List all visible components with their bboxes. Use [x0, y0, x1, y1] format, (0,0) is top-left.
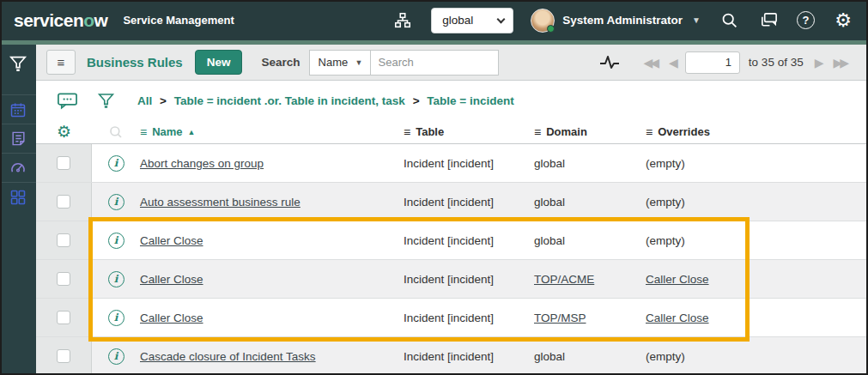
table-row: i Abort changes on group Incident [incid… — [36, 144, 868, 183]
list-search-input[interactable] — [370, 50, 499, 76]
overrides-cell: (empty) — [646, 350, 868, 363]
column-header-domain[interactable]: ≡ Domain — [534, 125, 646, 139]
top-banner: servicenow Service Management global Sys… — [0, 0, 868, 40]
column-menu-icon: ≡ — [646, 125, 653, 139]
breadcrumb: All > Table = incident .or. Table in inc… — [137, 94, 514, 107]
breadcrumb-separator: > — [413, 94, 420, 107]
user-name: System Administrator — [562, 14, 683, 27]
record-link[interactable]: Caller Close — [140, 273, 203, 286]
settings-gear-icon[interactable]: ⚙ — [832, 9, 854, 32]
connect-sitemap-icon[interactable] — [392, 9, 414, 32]
caret-down-icon: ▼ — [692, 15, 701, 25]
app-title: Service Management — [123, 14, 234, 27]
row-checkbox[interactable] — [57, 349, 70, 363]
first-page-button[interactable]: ◀◀ — [638, 56, 664, 70]
servicenow-logo: servicenow — [14, 10, 107, 31]
table-row: i Cascade closure of Incident Tasks Inci… — [36, 337, 868, 375]
last-page-button[interactable]: ▶▶ — [827, 56, 853, 70]
info-icon[interactable]: i — [108, 310, 124, 326]
sort-ascending-icon: ▲ — [188, 128, 196, 136]
domain-scope-select[interactable]: global — [431, 8, 513, 33]
row-checkbox[interactable] — [57, 272, 70, 286]
comment-bubble-icon[interactable] — [57, 91, 78, 110]
table-row: i Auto assessment business rule Incident… — [36, 183, 868, 221]
list-toolbar: ≡ Business Rules New Search Name ▼ ◀◀ ◀ … — [36, 45, 868, 81]
filter-navigator-icon[interactable] — [0, 46, 36, 81]
scope-select-value: global — [442, 14, 473, 27]
breadcrumb-filter-1[interactable]: Table = incident .or. Table in incident,… — [174, 94, 405, 107]
gauge-icon[interactable] — [0, 153, 36, 182]
edge-sidebar — [0, 45, 36, 375]
filter-icon[interactable] — [97, 91, 115, 110]
table-row: i Caller Close Incident [incident] TOP/M… — [36, 299, 868, 337]
list-rows: i Abort changes on group Incident [incid… — [36, 144, 868, 375]
overrides-cell: (empty) — [646, 196, 868, 209]
record-link[interactable]: Caller Close — [140, 311, 203, 324]
next-page-button[interactable]: ▶ — [809, 56, 828, 70]
breadcrumb-row: All > Table = incident .or. Table in inc… — [36, 81, 868, 120]
info-icon[interactable]: i — [108, 233, 124, 249]
domain-link[interactable]: TOP/ACME — [534, 273, 594, 286]
activity-stream-icon[interactable] — [598, 52, 621, 73]
table-cell: Incident [incident] — [404, 157, 534, 170]
row-checkbox[interactable] — [57, 195, 70, 209]
personalize-list-gear-icon[interactable]: ⚙ — [57, 124, 71, 140]
domain-cell: global — [534, 196, 646, 209]
overrides-cell: (empty) — [646, 157, 868, 170]
chevron-down-icon — [497, 15, 506, 23]
global-search-icon[interactable] — [718, 9, 740, 32]
info-icon[interactable]: i — [108, 155, 124, 172]
column-search-icon[interactable] — [108, 124, 124, 140]
breadcrumb-separator: > — [160, 94, 167, 107]
domain-cell: global — [534, 350, 646, 363]
overrides-cell: (empty) — [646, 234, 868, 247]
info-icon[interactable]: i — [108, 348, 124, 365]
overrides-link[interactable]: Caller Close — [646, 273, 709, 286]
avatar — [531, 9, 555, 33]
search-label: Search — [261, 56, 300, 69]
breadcrumb-all[interactable]: All — [137, 94, 152, 107]
chat-icon[interactable] — [757, 9, 780, 32]
presence-dot — [547, 25, 555, 33]
list-context-menu-button[interactable]: ≡ — [46, 50, 76, 75]
new-button[interactable]: New — [195, 50, 243, 75]
document-icon[interactable] — [0, 124, 36, 153]
table-cell: Incident [incident] — [404, 311, 534, 324]
breadcrumb-filter-2[interactable]: Table = incident — [427, 94, 513, 107]
column-header-name[interactable]: ≡ Name ▲ — [140, 125, 404, 139]
page-number-input[interactable] — [685, 51, 740, 74]
search-column-value: Name — [319, 56, 349, 69]
column-menu-icon: ≡ — [534, 125, 541, 139]
record-link[interactable]: Abort changes on group — [140, 157, 264, 170]
list-title: Business Rules — [87, 55, 183, 70]
help-icon[interactable]: ? — [797, 11, 815, 29]
domain-cell: global — [534, 234, 646, 247]
info-icon[interactable]: i — [108, 194, 124, 210]
row-checkbox[interactable] — [57, 156, 70, 170]
record-link[interactable]: Auto assessment business rule — [140, 196, 300, 209]
column-header-overrides[interactable]: ≡ Overrides — [646, 125, 868, 139]
list-column-header: ⚙ ≡ Name ▲ ≡ Table ≡ Domain ≡ Overri — [36, 120, 868, 144]
column-header-table[interactable]: ≡ Table — [404, 125, 534, 139]
row-checkbox[interactable] — [57, 311, 70, 324]
calendar-icon[interactable] — [0, 94, 36, 124]
table-row: i Caller Close Incident [incident] TOP/A… — [36, 260, 868, 299]
domain-link[interactable]: TOP/MSP — [534, 311, 586, 324]
app-grid-icon[interactable] — [0, 182, 36, 211]
user-menu[interactable]: System Administrator ▼ — [531, 9, 701, 33]
sidebar-favorites-group — [0, 94, 36, 211]
overrides-link[interactable]: Caller Close — [646, 311, 709, 324]
table-cell: Incident [incident] — [404, 273, 534, 286]
search-column-select[interactable]: Name ▼ — [309, 50, 371, 76]
info-icon[interactable]: i — [108, 271, 124, 287]
servicenow-window: servicenow Service Management global Sys… — [0, 0, 868, 375]
previous-page-button[interactable]: ◀ — [663, 56, 682, 70]
main-content: ≡ Business Rules New Search Name ▼ ◀◀ ◀ … — [36, 45, 868, 375]
table-cell: Incident [incident] — [404, 196, 534, 209]
accent-strip — [0, 40, 868, 45]
select-arrow-icon: ▼ — [355, 58, 363, 67]
record-link[interactable]: Cascade closure of Incident Tasks — [140, 350, 316, 363]
row-checkbox[interactable] — [57, 233, 70, 247]
domain-cell: global — [534, 157, 646, 170]
record-link[interactable]: Caller Close — [140, 234, 203, 247]
